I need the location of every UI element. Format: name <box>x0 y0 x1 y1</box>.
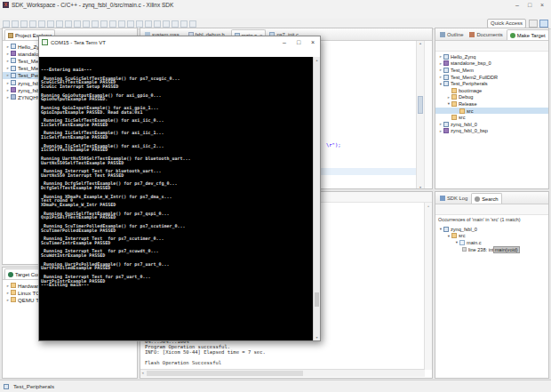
bsp-project-icon <box>11 87 16 92</box>
code-fragment: \r"); <box>326 142 341 148</box>
terminal-output[interactable]: ---Entering main--- Running ScuGicSelfTe… <box>39 57 320 340</box>
project-explorer-icon <box>8 33 13 38</box>
folder-icon <box>11 283 16 288</box>
search-match-icon <box>462 247 467 252</box>
terminal-menu-bar <box>39 48 320 57</box>
outline-icon <box>440 32 445 37</box>
terminal-line: ---Exiting main--- <box>41 274 313 278</box>
c-file-icon <box>459 240 465 245</box>
search-summary: Occurrences of 'main' in 'src' (1 match) <box>435 215 548 224</box>
tree-item[interactable]: src <box>435 233 548 240</box>
folder-icon <box>11 297 16 302</box>
c-project-icon <box>443 75 449 80</box>
tree-item[interactable]: standalone_bsp_0 <box>435 60 548 68</box>
folder-icon <box>451 94 457 100</box>
tree-item[interactable]: zynq_fsbl_0_bsp <box>435 128 548 135</box>
scrollbar-thumb[interactable] <box>418 96 423 114</box>
make-target-panel: Outline Documents Make Target Hell <box>435 28 549 189</box>
tree-item[interactable]: src <box>435 108 548 115</box>
view-tab[interactable]: Outline <box>437 29 466 40</box>
hw-project-icon <box>11 94 16 100</box>
c-project-icon <box>11 44 16 49</box>
terminal-scrollbar[interactable]: ▴ ▾ <box>313 57 320 340</box>
console-line: Flash Operation Successful <box>145 361 266 366</box>
maximize-button[interactable]: □ <box>523 2 536 8</box>
match-highlight: main(void) <box>494 247 519 252</box>
tera-term-app-icon <box>42 39 48 45</box>
tree-item[interactable]: Test_Peripherals <box>435 80 548 87</box>
target-connections-icon <box>8 272 13 277</box>
view-tab[interactable]: Search <box>471 193 501 204</box>
terminal-minimize-button[interactable]: – <box>277 39 291 45</box>
c-project-icon <box>11 58 16 63</box>
bsp-project-icon <box>443 128 449 133</box>
console-horizontal-scrollbar[interactable]: ◂ <box>140 369 425 377</box>
make-target-icon <box>510 33 515 38</box>
toolbar-icons <box>3 20 196 28</box>
search-results-tree: zynq_fsbl_0 src main.c <box>435 224 548 246</box>
overview-ruler <box>424 41 432 189</box>
window-title: SDK_Workspace - C/C++ - zynq_fsbl_0/src/… <box>12 2 173 8</box>
tree-item[interactable]: Hello_Zynq <box>435 53 548 60</box>
c-project-icon <box>443 122 449 127</box>
view-tab[interactable]: Documents <box>467 29 505 40</box>
terminal-window-controls: – □ × <box>277 39 320 45</box>
terminal-lines: ---Entering main--- Running ScuGicSelfTe… <box>41 59 313 278</box>
c-project-icon <box>443 227 449 232</box>
right-top-tabs: Outline Documents Make Target <box>437 29 549 40</box>
folder-icon <box>451 101 457 107</box>
close-button[interactable]: × <box>536 2 548 8</box>
c-project-icon <box>11 73 16 78</box>
folder-icon <box>451 88 457 93</box>
bsp-project-icon <box>11 51 16 56</box>
make-target-tree: Hello_Zynq standalone_bsp_0 Test_Mem Tes… <box>435 52 548 134</box>
folder-icon <box>459 108 465 114</box>
editor-vertical-scrollbar[interactable]: ▴ ▾ <box>416 41 424 189</box>
console-vertical-scrollbar[interactable]: ▴ <box>424 203 432 370</box>
tree-item[interactable]: main.c <box>435 239 548 246</box>
c-project-icon <box>443 68 449 73</box>
folder-icon <box>451 233 457 238</box>
tree-item[interactable]: bootimage <box>435 87 548 94</box>
folder-icon <box>451 115 457 120</box>
tera-term-window: COM15 - Tera Term VT – □ × ---Entering m… <box>38 36 321 341</box>
c-project-icon <box>443 81 449 86</box>
view-tab[interactable]: Make Target <box>507 29 549 40</box>
tree-item[interactable]: Test_Mem2_FullDDR <box>435 74 548 81</box>
search-icon <box>475 196 480 202</box>
scrollbar-thumb[interactable] <box>315 292 319 307</box>
view-tab[interactable]: SDK Log <box>437 193 470 204</box>
folder-icon <box>11 290 16 295</box>
tree-item[interactable]: zynq_fsbl_0 <box>435 121 548 128</box>
xilinx-sdk-app-icon: X <box>3 2 9 8</box>
search-toolbar <box>435 204 548 215</box>
right-bottom-tabs: SDK Log Search <box>437 193 502 204</box>
window-controls: – □ × <box>511 2 548 8</box>
terminal-maximize-button[interactable]: □ <box>291 39 306 45</box>
tree-item[interactable]: Debug <box>435 94 548 101</box>
menu-bar <box>0 10 551 19</box>
sdk-log-icon <box>440 196 445 201</box>
scrollbar-thumb[interactable] <box>147 371 303 376</box>
search-panel: SDK Log Search Occurrences of 'main' in … <box>435 191 549 379</box>
terminal-close-button[interactable]: × <box>306 39 320 45</box>
tree-item[interactable]: Release <box>435 100 548 108</box>
minimize-button[interactable]: – <box>511 2 523 8</box>
titlebar: X SDK_Workspace - C/C++ - zynq_fsbl_0/sr… <box>0 0 551 10</box>
status-project-label: Test_Peripherals <box>13 383 54 389</box>
bsp-project-icon <box>443 60 449 66</box>
tree-item[interactable]: zynq_fsbl_0 <box>435 226 548 233</box>
c-project-icon <box>443 54 449 60</box>
tree-item[interactable]: Test_Mem <box>435 67 548 74</box>
search-match-line[interactable]: line 238: int main(void) <box>435 246 548 253</box>
status-bar: Test_Peripherals <box>0 380 551 392</box>
terminal-titlebar[interactable]: COM15 - Tera Term VT – □ × <box>39 36 320 48</box>
make-target-toolbar <box>435 41 548 52</box>
console-line: INFO: [Xicom 50-44] Elapsed time = 7 sec… <box>145 350 266 356</box>
c-project-icon <box>4 384 9 389</box>
editor-window-tools <box>426 38 430 40</box>
terminal-title: COM15 - Tera Term VT <box>51 40 106 45</box>
tree-item[interactable]: src <box>435 114 548 121</box>
c-project-icon <box>11 66 16 71</box>
c-project-icon <box>11 80 16 85</box>
